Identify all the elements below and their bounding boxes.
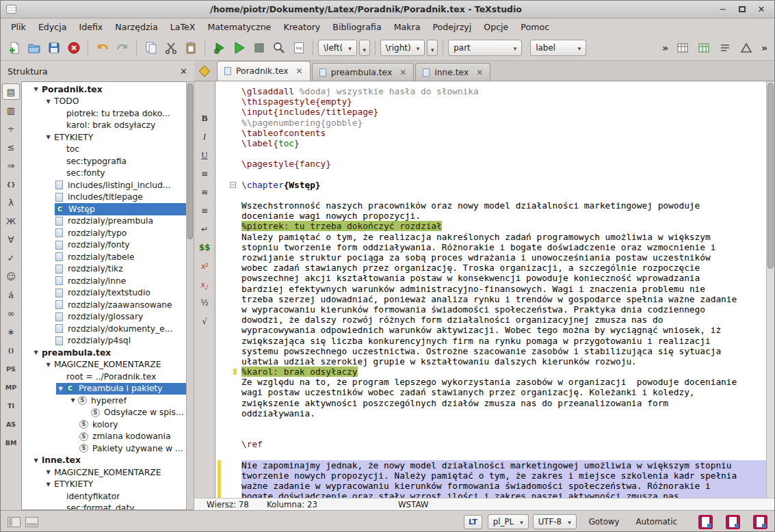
side-tab-relations-icon[interactable]: ≤ — [2, 139, 20, 155]
tree-item-todo[interactable]: ▼TODO — [22, 96, 186, 108]
underline-button[interactable]: U — [196, 147, 213, 163]
code-line[interactable]: \thispagestyle{empty} — [215, 96, 766, 107]
code-line[interactable]: bogate doświadczenie oraz stały wzrost i… — [215, 491, 766, 498]
tree-item-karol-brak-odsyłaczy[interactable]: karol: brak odsyłaczy — [22, 120, 186, 132]
spell-language-combo[interactable]: pl_PL — [488, 514, 529, 529]
side-tab-asymptote-icon[interactable]: AS — [2, 416, 20, 432]
line-ending-indicator[interactable]: Automatic — [636, 517, 678, 527]
references-combo[interactable]: label — [530, 40, 586, 56]
side-tab-misc-text-icon[interactable]: ✓ — [2, 250, 20, 266]
code-line[interactable]: zwiększająca się liczba konkurencyjnych … — [215, 336, 766, 346]
code-line[interactable]: Wszechstronność naszych pracowników oraz… — [215, 200, 766, 211]
code-line[interactable]: powszechnej akcji kształtowania postaw w… — [215, 273, 766, 283]
open-file-button[interactable] — [25, 39, 43, 57]
fraction-button[interactable]: ½ — [196, 295, 213, 310]
code-line[interactable]: –\chapter{Wstęp} — [215, 180, 766, 190]
expander-icon[interactable]: ▼ — [31, 86, 40, 92]
structure-level-combo[interactable]: part — [448, 40, 522, 56]
tree-item-pakiety-używane-w[interactable]: SPakiety używane w ... — [22, 442, 186, 455]
tree-item-kolory[interactable]: Skolory — [22, 418, 186, 431]
code-line[interactable]: \glsaddall %dodaj wszystkie hasła do sło… — [215, 86, 766, 96]
tree-item-hyperref[interactable]: ▼Shyperref — [22, 395, 186, 407]
side-tab-misc-math-icon[interactable]: ∀ — [2, 231, 20, 248]
expander-icon[interactable]: ▼ — [31, 457, 40, 464]
align-right-button[interactable]: ≡ — [196, 202, 213, 218]
code-line[interactable]: ułatwia udział szerokiej grupie w kształ… — [215, 356, 766, 367]
code-line[interactable]: %piotrek: tu trzeba dokończyć rozdział — [215, 221, 766, 231]
menu-narzędzia[interactable]: Narzędzia — [109, 20, 164, 34]
format-marker-icon[interactable] — [199, 66, 211, 77]
structure-tree-scrollbar[interactable] — [186, 81, 194, 510]
pdf-viewer-fullscreen-icon[interactable] — [753, 515, 767, 529]
menu-edycja[interactable]: Edycja — [32, 20, 73, 34]
array-wizard-button[interactable] — [695, 39, 713, 57]
expander-icon[interactable]: ▼ — [44, 362, 53, 368]
editor-tab-inne-tex[interactable]: inne.tex✕ — [415, 63, 490, 81]
side-tab-metapost-icon[interactable]: MP — [2, 379, 20, 395]
tree-item-includes-titlepage[interactable]: includes/titlepage — [22, 191, 186, 204]
tree-item-sec-format-daty[interactable]: sec:format_daty — [22, 503, 186, 511]
menu-bibliografia[interactable]: Bibliografia — [326, 20, 387, 34]
menu-matematyczne[interactable]: Matematyczne — [201, 20, 277, 34]
tree-item-root-poradnik-tex[interactable]: root = ../Poradnik.tex — [22, 371, 186, 383]
code-line[interactable]: wypracowywania odpowiednich warunków akt… — [215, 325, 766, 335]
side-tab-arrows-icon[interactable]: ⇒ — [2, 157, 20, 174]
tree-item-magiczne-komentarze[interactable]: ▼MAGICZNE_KOMENTARZE — [22, 466, 186, 479]
side-tab-smileys-icon[interactable]: ☺ — [2, 268, 20, 284]
menu-podejrzyj[interactable]: Podejrzyj — [426, 20, 477, 34]
tab-close-icon[interactable]: ✕ — [399, 68, 406, 77]
tree-item-zmiana-kodowania[interactable]: Szmiana kodowania — [22, 431, 186, 443]
code-line[interactable]: Ze względu na to, że program lepszego wy… — [215, 377, 766, 387]
table-wizard-button[interactable] — [674, 39, 692, 57]
expander-icon[interactable]: ▼ — [44, 134, 53, 140]
menu-opcje[interactable]: Opcje — [477, 20, 514, 34]
fold-marker-icon[interactable]: – — [230, 182, 236, 188]
log-button[interactable]: log — [289, 39, 308, 57]
code-line[interactable]: docenianie wagi nowych propozycji. — [215, 211, 766, 221]
menu-latex[interactable]: LaTeX — [164, 20, 202, 34]
italic-button[interactable]: I — [196, 129, 213, 144]
menu-plik[interactable]: Plik — [5, 20, 32, 34]
code-line[interactable] — [215, 429, 766, 439]
code-line[interactable]: \label{toc} — [215, 138, 766, 148]
app-icon[interactable] — [6, 5, 16, 14]
tree-item-rozdzialy-dokumenty-e[interactable]: rozdzialy/dokumenty_e... — [22, 323, 186, 335]
languagetool-button[interactable]: LT — [464, 515, 482, 529]
side-tab-greek-letters-icon[interactable]: λ — [2, 194, 20, 211]
minimize-button[interactable]: − — [715, 4, 731, 14]
side-tab-beamer-icon[interactable]: BM — [2, 434, 20, 451]
pdf-viewer-windowed-icon[interactable] — [698, 515, 713, 529]
maximize-button[interactable] — [735, 4, 750, 14]
tree-item-sec-fonty[interactable]: sec:fonty — [22, 168, 186, 180]
close-document-button[interactable] — [64, 39, 83, 57]
expander-icon[interactable]: ▼ — [68, 397, 77, 403]
tree-item-toc[interactable]: toc — [22, 144, 186, 156]
tree-item-rozdzialy-typo[interactable]: rozdzialy/typo — [22, 227, 186, 239]
scrollbar-thumb[interactable] — [187, 83, 193, 239]
tabbing-wizard-button[interactable] — [716, 39, 735, 57]
close-button[interactable]: ✕ — [754, 4, 769, 14]
side-tab-misc-symbols-icon[interactable]: ∞ — [2, 305, 20, 321]
editor-scrollbar[interactable] — [766, 81, 774, 498]
tree-item-preambula-tex[interactable]: ▼preambula.tex — [22, 347, 186, 359]
tree-item-rozdzialy-inne[interactable]: rozdzialy/inne — [22, 275, 186, 287]
copy-button[interactable] — [142, 39, 160, 57]
tree-item-rozdzialy-zaawansowane[interactable]: rozdzialy/zaawansowane — [22, 299, 186, 311]
side-tab-special-symbols-icon[interactable]: ∗ — [2, 323, 20, 340]
build-and-view-button[interactable] — [210, 39, 228, 57]
pdf-viewer-embedded-icon[interactable] — [726, 515, 740, 529]
code-line[interactable]: Nie zapominajmy jednak, że nowy model dz… — [215, 460, 766, 470]
tree-item-sec-typografia[interactable]: sec:typografia — [22, 155, 186, 168]
editor-tab-preambula-tex[interactable]: preambula.tex✕ — [312, 63, 415, 81]
code-line[interactable]: systemu powszechnego uczestnictwa. Ostro… — [215, 346, 766, 356]
subscript-button[interactable]: x₂ — [196, 276, 213, 292]
side-tab-structure-icon[interactable]: ▤ — [2, 83, 20, 100]
code-line[interactable] — [215, 418, 766, 429]
code-line[interactable]: w wypracowaniu kierunków formowania świa… — [215, 304, 766, 315]
code-line[interactable]: stopniu tworzenie form oddziaływania. Ró… — [215, 242, 766, 252]
side-tab-delimiters-icon[interactable]: {} — [2, 176, 20, 192]
code-line[interactable]: bardziej efektywnych warunków administra… — [215, 284, 766, 294]
right-delimiter-combo[interactable]: \right) — [380, 40, 425, 56]
stop-button[interactable] — [250, 39, 268, 57]
code-line[interactable]: oddziaływania. — [215, 408, 766, 418]
